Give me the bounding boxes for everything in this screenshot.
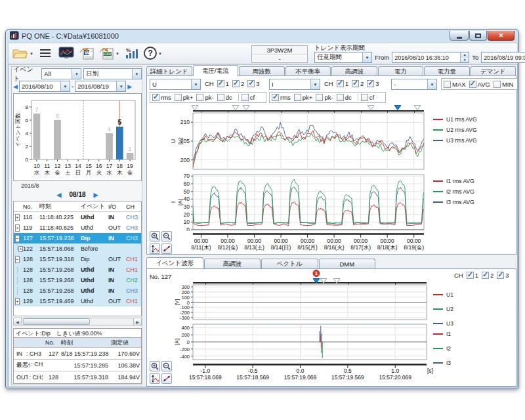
expand-icon[interactable]: +: [15, 298, 20, 305]
event-row[interactable]: −12815:57:19.318DipOUTCH1: [14, 254, 141, 264]
minimize-button[interactable]: [450, 31, 469, 41]
event-marker-icon[interactable]: [243, 104, 250, 112]
measure1-cf-checkbox[interactable]: [242, 94, 249, 101]
measure1-pkplus-checkbox[interactable]: [175, 94, 182, 101]
event-marker-icon[interactable]: [368, 104, 375, 112]
chevron-down-icon[interactable]: ▼: [116, 81, 125, 91]
prev-range-button[interactable]: ◀: [13, 83, 18, 90]
voltage-trend-chart[interactable]: 210205200U[V]: [169, 112, 427, 173]
measure1-pkminus-checkbox[interactable]: [196, 94, 203, 101]
chevron-down-icon[interactable]: ▼: [310, 79, 320, 89]
trend-p1-ch1-checkbox[interactable]: [217, 80, 224, 87]
date-from-select[interactable]: 2016/08/10▼: [19, 81, 70, 92]
trend-tab-unbalance[interactable]: 不平衡率: [285, 66, 331, 76]
y-scale-tool-button[interactable]: [150, 373, 160, 384]
current-waveform-chart[interactable]: 4002000-200-400[A]: [169, 323, 429, 363]
measure2-pkminus-checkbox[interactable]: [316, 94, 323, 101]
trend-param2-select[interactable]: I▼: [269, 79, 320, 90]
zoom-out-button[interactable]: [161, 361, 172, 371]
event-list-button[interactable]: [35, 45, 55, 62]
waveform-ch1-checkbox[interactable]: [467, 272, 474, 279]
help-button[interactable]: ?▼: [142, 45, 163, 62]
trend-p2-ch3-checkbox[interactable]: [367, 80, 374, 87]
chevron-down-icon[interactable]: ▼: [116, 52, 119, 56]
chevron-down-icon[interactable]: ▼: [191, 79, 200, 89]
chevron-down-icon[interactable]: ▼: [362, 52, 371, 62]
waveform-ch3-checkbox[interactable]: [497, 272, 504, 279]
event-filter-select[interactable]: All▼: [41, 68, 81, 79]
zoom-in-button[interactable]: [150, 231, 160, 242]
group-filter-select[interactable]: 日別▼: [83, 68, 142, 79]
to-datetime-field[interactable]: 2016/08/19 09:02:41▲▼: [481, 52, 525, 63]
waveform-tab-dmm[interactable]: DMM: [319, 259, 376, 268]
trend-param1-select[interactable]: U▼: [150, 79, 201, 90]
prev-day-button[interactable]: ◀: [57, 192, 62, 198]
event-count-chart[interactable]: 02468710水11木612金13土14日15月16火417水518木119金…: [13, 93, 142, 181]
selected-event-marker-icon[interactable]: [394, 104, 401, 112]
scroll-left-icon[interactable]: ◀: [14, 318, 22, 325]
scrollbar-thumb[interactable]: [23, 318, 90, 325]
chevron-down-icon[interactable]: ▼: [60, 81, 70, 91]
chevron-down-icon[interactable]: ▼: [30, 52, 33, 56]
trend-tab-demand[interactable]: デマンド: [471, 66, 516, 76]
trend-tab-frequency[interactable]: 周波数: [239, 66, 285, 76]
trend-tab-voltage-current[interactable]: 電圧/電流: [193, 65, 239, 76]
event-row[interactable]: +11911:18:40.825UthdOUTCH3: [14, 222, 141, 233]
chevron-down-icon[interactable]: ▼: [132, 69, 141, 79]
chevron-down-icon[interactable]: ▼: [427, 79, 436, 89]
spinner-icon[interactable]: ▲▼: [460, 52, 469, 62]
measure2-dc-checkbox[interactable]: [337, 94, 344, 101]
collapse-icon[interactable]: −: [15, 256, 20, 263]
scroll-right-icon[interactable]: ▶: [133, 318, 141, 325]
expand-icon[interactable]: +: [15, 224, 20, 232]
voltage-waveform-chart[interactable]: 3002001000-100-200-300[V]: [169, 284, 429, 323]
event-table-hscrollbar[interactable]: ◀ ▶: [13, 318, 142, 326]
trend-param3-select[interactable]: -▼: [391, 79, 437, 90]
from-datetime-field[interactable]: 2016/08/10 16:36:10▲▼: [392, 52, 469, 63]
trend-tab-power[interactable]: 電力: [378, 66, 424, 76]
close-button[interactable]: ✕: [488, 31, 514, 41]
waveform-tab-event-waveform[interactable]: イベント波形: [146, 257, 203, 268]
word-report-button[interactable]: W: [77, 45, 97, 62]
event-row[interactable]: −12715:57:19.238DipINCH3: [14, 233, 141, 243]
event-marker-icon[interactable]: [413, 104, 421, 112]
measure2-cf-checkbox[interactable]: [361, 94, 368, 101]
trend-tab-harmonics[interactable]: 高調波: [331, 66, 377, 76]
waveform-tab-vector[interactable]: ベクトル: [261, 259, 318, 268]
next-day-button[interactable]: ▶: [94, 192, 98, 198]
current-trend-chart[interactable]: 706050403020100I[A]: [169, 173, 427, 232]
expand-icon[interactable]: +: [18, 246, 23, 252]
trend-p2-ch2-checkbox[interactable]: [352, 80, 359, 87]
stat-max-checkbox[interactable]: [444, 81, 451, 88]
measure2-pkplus-checkbox[interactable]: [294, 94, 301, 101]
event-row[interactable]: +11611:18:40.225UthdINCH3: [14, 212, 141, 222]
trend-tab-detail-trend[interactable]: 詳細トレンド: [146, 66, 192, 76]
event-row[interactable]: +12215:57:18.068Before: [14, 243, 141, 254]
trend-tab-energy[interactable]: 電力量: [424, 66, 470, 76]
next-range-button[interactable]: ▶: [127, 83, 132, 90]
title-bar[interactable]: PQ ONE - C:¥Data¥16081000 ✕: [6, 30, 518, 43]
measure1-rms-checkbox[interactable]: [152, 94, 159, 101]
screen-capture-button[interactable]: [56, 45, 76, 62]
date-to-select[interactable]: 2016/08/19▼: [75, 81, 126, 92]
stat-avg-checkbox[interactable]: [469, 81, 476, 88]
event-row[interactable]: 12815:57:19.268UthdINCH2: [14, 275, 141, 285]
event-row[interactable]: +12915:57:19.469UthdOUTCH1: [14, 296, 141, 306]
measure1-dc-checkbox[interactable]: [217, 94, 224, 101]
cursor-tool-button[interactable]: [161, 243, 172, 254]
maximize-button[interactable]: [469, 31, 487, 41]
y-scale-tool-button[interactable]: [150, 243, 160, 254]
open-folder-button[interactable]: ▼: [11, 45, 34, 62]
expand-icon[interactable]: +: [15, 214, 20, 221]
stat-min-checkbox[interactable]: [494, 81, 501, 88]
event-marker-icon[interactable]: [192, 104, 199, 112]
trend-p2-ch1-checkbox[interactable]: [337, 80, 344, 87]
event-number-marker[interactable]: 1: [312, 270, 320, 277]
event-marker-icon[interactable]: [232, 104, 240, 112]
event-row[interactable]: 12815:57:19.268UthdINCH3: [14, 285, 141, 296]
chevron-down-icon[interactable]: ▼: [72, 69, 81, 79]
waveform-ch2-checkbox[interactable]: [482, 272, 489, 279]
chevron-down-icon[interactable]: ▼: [158, 52, 162, 56]
collapse-icon[interactable]: −: [15, 235, 20, 242]
zoom-out-button[interactable]: [161, 231, 172, 242]
